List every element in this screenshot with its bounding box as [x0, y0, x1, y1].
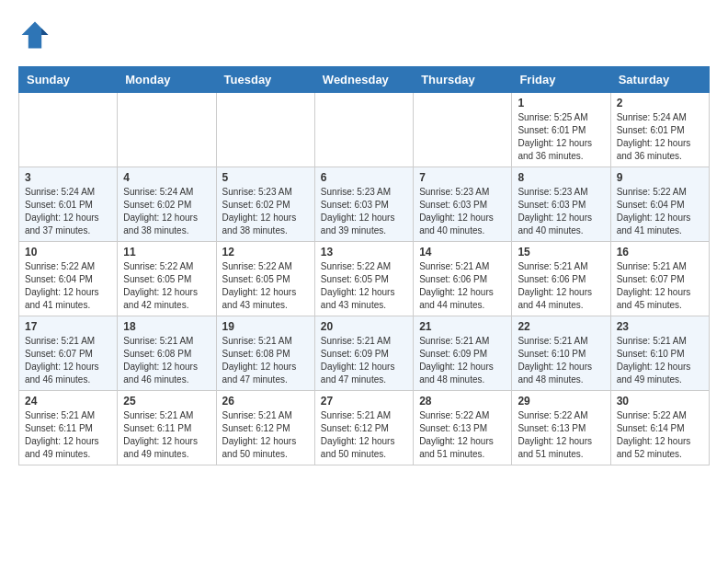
- day-info: Sunrise: 5:21 AM Sunset: 6:07 PM Dayligh…: [617, 260, 703, 312]
- calendar-cell: 11Sunrise: 5:22 AM Sunset: 6:05 PM Dayli…: [118, 242, 216, 316]
- day-info: Sunrise: 5:25 AM Sunset: 6:01 PM Dayligh…: [518, 111, 604, 163]
- weekday-header: Wednesday: [314, 67, 413, 93]
- day-info: Sunrise: 5:24 AM Sunset: 6:02 PM Dayligh…: [123, 186, 210, 237]
- day-number: 28: [419, 395, 506, 408]
- day-number: 19: [222, 320, 309, 333]
- day-number: 2: [617, 97, 703, 109]
- day-number: 16: [617, 246, 703, 259]
- day-info: Sunrise: 5:21 AM Sunset: 6:10 PM Dayligh…: [617, 335, 703, 386]
- calendar-cell: 29Sunrise: 5:22 AM Sunset: 6:13 PM Dayli…: [512, 391, 610, 465]
- calendar-cell: 9Sunrise: 5:22 AM Sunset: 6:04 PM Daylig…: [610, 167, 709, 242]
- calendar-week-row: 17Sunrise: 5:21 AM Sunset: 6:07 PM Dayli…: [19, 316, 710, 391]
- day-number: 24: [25, 395, 111, 408]
- calendar-cell: 15Sunrise: 5:21 AM Sunset: 6:06 PM Dayli…: [512, 242, 610, 316]
- calendar-table: SundayMondayTuesdayWednesdayThursdayFrid…: [18, 66, 710, 465]
- day-number: 9: [617, 171, 703, 184]
- calendar-cell: 7Sunrise: 5:23 AM Sunset: 6:03 PM Daylig…: [414, 167, 512, 242]
- calendar-cell: 27Sunrise: 5:21 AM Sunset: 6:12 PM Dayli…: [314, 391, 413, 465]
- day-info: Sunrise: 5:21 AM Sunset: 6:11 PM Dayligh…: [25, 409, 111, 461]
- day-number: 25: [123, 395, 210, 408]
- day-number: 12: [222, 246, 309, 259]
- calendar-cell: 3Sunrise: 5:24 AM Sunset: 6:01 PM Daylig…: [19, 167, 118, 242]
- calendar-cell: 10Sunrise: 5:22 AM Sunset: 6:04 PM Dayli…: [19, 242, 118, 316]
- day-info: Sunrise: 5:22 AM Sunset: 6:04 PM Dayligh…: [25, 260, 111, 312]
- calendar-cell: 18Sunrise: 5:21 AM Sunset: 6:08 PM Dayli…: [118, 316, 216, 391]
- calendar-cell: 30Sunrise: 5:22 AM Sunset: 6:14 PM Dayli…: [610, 391, 709, 465]
- weekday-header: Monday: [118, 67, 216, 93]
- day-info: Sunrise: 5:23 AM Sunset: 6:03 PM Dayligh…: [321, 186, 407, 237]
- logo-icon: [18, 18, 51, 52]
- day-info: Sunrise: 5:21 AM Sunset: 6:11 PM Dayligh…: [123, 409, 210, 461]
- day-number: 6: [321, 171, 407, 184]
- day-info: Sunrise: 5:23 AM Sunset: 6:02 PM Dayligh…: [222, 186, 309, 237]
- calendar-cell: 22Sunrise: 5:21 AM Sunset: 6:10 PM Dayli…: [512, 316, 610, 391]
- day-number: 14: [419, 246, 506, 259]
- weekday-row: SundayMondayTuesdayWednesdayThursdayFrid…: [19, 67, 710, 93]
- day-number: 18: [123, 320, 210, 333]
- calendar-week-row: 1Sunrise: 5:25 AM Sunset: 6:01 PM Daylig…: [19, 93, 710, 167]
- calendar-cell: 14Sunrise: 5:21 AM Sunset: 6:06 PM Dayli…: [414, 242, 512, 316]
- day-number: 8: [518, 171, 604, 184]
- day-info: Sunrise: 5:22 AM Sunset: 6:04 PM Dayligh…: [617, 186, 703, 237]
- calendar-body: 1Sunrise: 5:25 AM Sunset: 6:01 PM Daylig…: [19, 93, 710, 465]
- calendar-cell: 24Sunrise: 5:21 AM Sunset: 6:11 PM Dayli…: [19, 391, 118, 465]
- calendar-cell: 21Sunrise: 5:21 AM Sunset: 6:09 PM Dayli…: [414, 316, 512, 391]
- weekday-header: Tuesday: [216, 67, 314, 93]
- day-number: 3: [25, 171, 111, 184]
- calendar-cell: 12Sunrise: 5:22 AM Sunset: 6:05 PM Dayli…: [216, 242, 314, 316]
- calendar-cell: 4Sunrise: 5:24 AM Sunset: 6:02 PM Daylig…: [118, 167, 216, 242]
- calendar-week-row: 24Sunrise: 5:21 AM Sunset: 6:11 PM Dayli…: [19, 391, 710, 465]
- calendar-cell: 25Sunrise: 5:21 AM Sunset: 6:11 PM Dayli…: [118, 391, 216, 465]
- day-info: Sunrise: 5:23 AM Sunset: 6:03 PM Dayligh…: [518, 186, 604, 237]
- calendar-cell: 6Sunrise: 5:23 AM Sunset: 6:03 PM Daylig…: [314, 167, 413, 242]
- calendar-cell: [414, 93, 512, 167]
- page-header: [18, 18, 710, 52]
- day-info: Sunrise: 5:21 AM Sunset: 6:08 PM Dayligh…: [123, 335, 210, 386]
- calendar-cell: 2Sunrise: 5:24 AM Sunset: 6:01 PM Daylig…: [610, 93, 709, 167]
- calendar-cell: 13Sunrise: 5:22 AM Sunset: 6:05 PM Dayli…: [314, 242, 413, 316]
- day-number: 13: [321, 246, 407, 259]
- day-info: Sunrise: 5:21 AM Sunset: 6:07 PM Dayligh…: [25, 335, 111, 386]
- calendar-cell: 28Sunrise: 5:22 AM Sunset: 6:13 PM Dayli…: [414, 391, 512, 465]
- calendar-cell: [314, 93, 413, 167]
- weekday-header: Thursday: [414, 67, 512, 93]
- day-number: 4: [123, 171, 210, 184]
- calendar-week-row: 10Sunrise: 5:22 AM Sunset: 6:04 PM Dayli…: [19, 242, 710, 316]
- day-info: Sunrise: 5:23 AM Sunset: 6:03 PM Dayligh…: [419, 186, 506, 237]
- day-number: 29: [518, 395, 604, 408]
- day-number: 21: [419, 320, 506, 333]
- svg-marker-1: [41, 29, 48, 35]
- calendar-cell: 5Sunrise: 5:23 AM Sunset: 6:02 PM Daylig…: [216, 167, 314, 242]
- day-info: Sunrise: 5:21 AM Sunset: 6:12 PM Dayligh…: [321, 409, 407, 461]
- day-info: Sunrise: 5:22 AM Sunset: 6:05 PM Dayligh…: [222, 260, 309, 312]
- day-number: 27: [321, 395, 407, 408]
- day-number: 30: [617, 395, 703, 408]
- day-number: 1: [518, 97, 604, 109]
- day-number: 15: [518, 246, 604, 259]
- day-info: Sunrise: 5:21 AM Sunset: 6:06 PM Dayligh…: [419, 260, 506, 312]
- day-number: 5: [222, 171, 309, 184]
- day-info: Sunrise: 5:22 AM Sunset: 6:13 PM Dayligh…: [518, 409, 604, 461]
- calendar-week-row: 3Sunrise: 5:24 AM Sunset: 6:01 PM Daylig…: [19, 167, 710, 242]
- day-info: Sunrise: 5:22 AM Sunset: 6:13 PM Dayligh…: [419, 409, 506, 461]
- calendar-cell: 19Sunrise: 5:21 AM Sunset: 6:08 PM Dayli…: [216, 316, 314, 391]
- day-info: Sunrise: 5:21 AM Sunset: 6:10 PM Dayligh…: [518, 335, 604, 386]
- calendar-header: SundayMondayTuesdayWednesdayThursdayFrid…: [19, 67, 710, 93]
- day-info: Sunrise: 5:22 AM Sunset: 6:05 PM Dayligh…: [321, 260, 407, 312]
- day-number: 26: [222, 395, 309, 408]
- day-info: Sunrise: 5:21 AM Sunset: 6:08 PM Dayligh…: [222, 335, 309, 386]
- day-info: Sunrise: 5:22 AM Sunset: 6:05 PM Dayligh…: [123, 260, 210, 312]
- day-info: Sunrise: 5:21 AM Sunset: 6:06 PM Dayligh…: [518, 260, 604, 312]
- calendar-cell: 26Sunrise: 5:21 AM Sunset: 6:12 PM Dayli…: [216, 391, 314, 465]
- day-info: Sunrise: 5:21 AM Sunset: 6:09 PM Dayligh…: [321, 335, 407, 386]
- day-info: Sunrise: 5:22 AM Sunset: 6:14 PM Dayligh…: [617, 409, 703, 461]
- calendar-cell: 17Sunrise: 5:21 AM Sunset: 6:07 PM Dayli…: [19, 316, 118, 391]
- day-number: 23: [617, 320, 703, 333]
- calendar-cell: 20Sunrise: 5:21 AM Sunset: 6:09 PM Dayli…: [314, 316, 413, 391]
- day-number: 17: [25, 320, 111, 333]
- day-info: Sunrise: 5:24 AM Sunset: 6:01 PM Dayligh…: [617, 111, 703, 163]
- calendar-cell: 23Sunrise: 5:21 AM Sunset: 6:10 PM Dayli…: [610, 316, 709, 391]
- logo: [18, 18, 57, 52]
- calendar-cell: [19, 93, 118, 167]
- weekday-header: Sunday: [19, 67, 118, 93]
